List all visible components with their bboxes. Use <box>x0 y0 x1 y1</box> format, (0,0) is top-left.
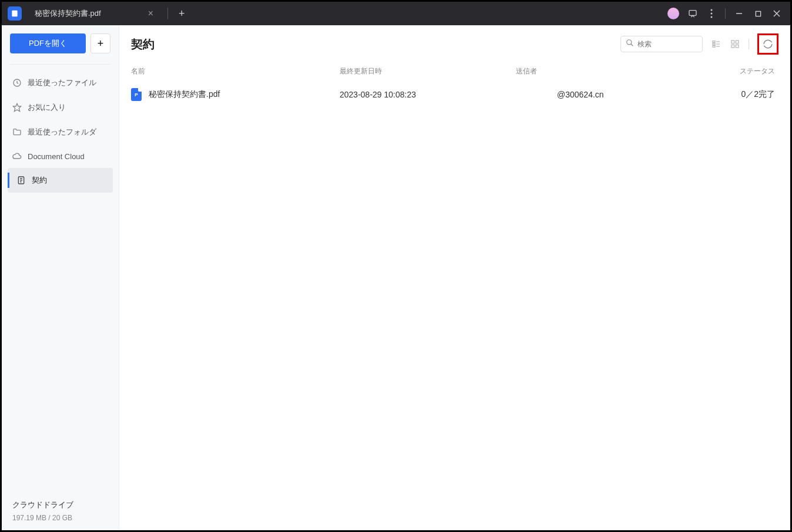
svg-point-2 <box>711 9 713 11</box>
file-date: 2023-08-29 10:08:23 <box>340 90 516 99</box>
svg-point-15 <box>627 40 632 45</box>
list-view-icon[interactable] <box>711 39 721 49</box>
new-file-button[interactable]: + <box>90 33 110 53</box>
sidebar-item-contracts[interactable]: 契約 <box>8 168 113 193</box>
sidebar-item-label: 最近使ったファイル <box>28 78 96 88</box>
sidebar-item-recent-folders[interactable]: 最近使ったフォルダ <box>2 120 119 144</box>
sidebar-item-recent-files[interactable]: 最近使ったファイル <box>2 70 119 95</box>
main-content: 契約 名前 <box>119 25 790 530</box>
svg-marker-10 <box>13 103 21 111</box>
more-menu-icon[interactable] <box>706 8 717 19</box>
svg-rect-26 <box>736 45 739 48</box>
search-icon <box>626 39 634 49</box>
chat-icon[interactable] <box>687 8 698 19</box>
svg-rect-18 <box>713 43 715 45</box>
svg-rect-17 <box>713 41 715 43</box>
tab-separator <box>167 8 168 19</box>
close-button[interactable] <box>771 8 782 19</box>
search-input[interactable] <box>637 40 697 48</box>
refresh-icon <box>763 39 773 49</box>
column-name: 名前 <box>131 66 340 76</box>
column-status: ステータス <box>704 66 778 76</box>
sidebar-item-label: 契約 <box>32 175 47 186</box>
tab-close-icon[interactable]: × <box>148 8 153 19</box>
svg-rect-25 <box>731 45 734 48</box>
grid-view-icon[interactable] <box>730 39 740 49</box>
svg-rect-19 <box>713 46 715 48</box>
file-status: 0／2完了 <box>704 89 778 100</box>
sidebar-item-favorites[interactable]: お気に入り <box>2 95 119 120</box>
titlebar-controls <box>667 8 790 19</box>
sidebar-item-document-cloud[interactable]: Document Cloud <box>2 144 119 168</box>
storage-usage: 197.19 MB / 20 GB <box>12 514 108 522</box>
sidebar-item-label: お気に入り <box>28 102 66 113</box>
tab-title: 秘密保持契約書.pdf <box>35 8 101 19</box>
svg-rect-0 <box>12 11 17 17</box>
svg-point-3 <box>711 13 713 15</box>
svg-point-4 <box>711 16 713 18</box>
star-icon <box>12 103 22 112</box>
folder-icon <box>12 127 22 137</box>
file-sender: @300624.cn <box>516 90 704 99</box>
cloud-icon <box>12 151 22 161</box>
sidebar-item-label: Document Cloud <box>28 152 85 161</box>
column-sender: 送信者 <box>516 66 704 76</box>
file-name: 秘密保持契約書.pdf <box>149 89 220 100</box>
pdf-file-icon: P <box>131 88 142 101</box>
app-icon <box>8 6 22 21</box>
divider <box>10 64 110 65</box>
page-title: 契約 <box>131 36 155 52</box>
refresh-button-highlighted[interactable] <box>757 33 778 55</box>
svg-line-16 <box>631 44 633 46</box>
maximize-button[interactable] <box>753 8 763 19</box>
clock-icon <box>12 78 22 87</box>
table-row[interactable]: P 秘密保持契約書.pdf 2023-08-29 10:08:23 @30062… <box>131 82 778 107</box>
titlebar: 秘密保持契約書.pdf × + <box>2 2 790 25</box>
table-header: 名前 最終更新日時 送信者 ステータス <box>131 62 778 82</box>
search-box[interactable] <box>620 36 703 52</box>
svg-rect-23 <box>731 41 734 43</box>
document-icon <box>16 176 26 185</box>
separator <box>725 8 726 19</box>
svg-rect-24 <box>736 41 739 43</box>
cloud-drive-label: クラウドドライブ <box>12 500 108 510</box>
minimize-button[interactable] <box>734 8 744 19</box>
svg-rect-6 <box>756 11 760 16</box>
document-tab[interactable]: 秘密保持契約書.pdf × <box>26 2 162 25</box>
user-avatar-icon[interactable] <box>667 8 679 19</box>
new-tab-button[interactable]: + <box>174 8 190 20</box>
column-date: 最終更新日時 <box>340 66 516 76</box>
sidebar: PDFを開く + 最近使ったファイル お気に入り 最近使ったフォルダ <box>2 25 119 530</box>
sidebar-item-label: 最近使ったフォルダ <box>28 127 96 137</box>
svg-rect-1 <box>689 11 696 16</box>
open-pdf-button[interactable]: PDFを開く <box>10 33 86 53</box>
separator <box>749 39 749 49</box>
